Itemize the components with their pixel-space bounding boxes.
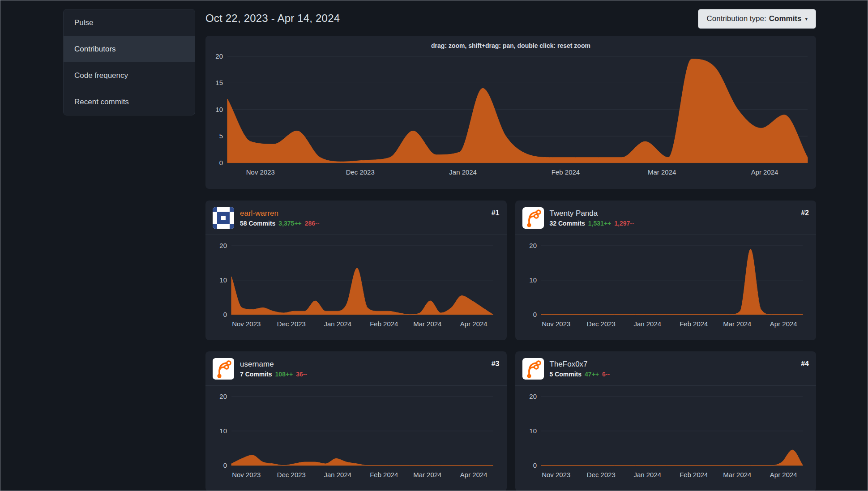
contribution-type-value: Commits bbox=[769, 14, 802, 23]
rank-badge: #2 bbox=[801, 207, 809, 217]
contributor-card-3: username 7 Commits 108++ 36-- #3 01020No… bbox=[205, 351, 507, 491]
contributor-chart-wrap: 01020Nov 2023Dec 2023Jan 2024Feb 2024Mar… bbox=[205, 235, 507, 341]
svg-text:0: 0 bbox=[533, 461, 536, 469]
svg-text:Dec 2023: Dec 2023 bbox=[277, 471, 306, 478]
svg-text:0: 0 bbox=[219, 159, 223, 167]
contributor-chart-wrap: 01020Nov 2023Dec 2023Jan 2024Feb 2024Mar… bbox=[515, 235, 817, 341]
svg-text:20: 20 bbox=[529, 393, 537, 400]
contributor-activity-chart[interactable]: 01020Nov 2023Dec 2023Jan 2024Feb 2024Mar… bbox=[213, 239, 500, 334]
contributor-activity-chart[interactable]: 01020Nov 2023Dec 2023Jan 2024Feb 2024Mar… bbox=[213, 390, 500, 485]
svg-text:Apr 2024: Apr 2024 bbox=[460, 471, 487, 478]
sidebar-item-contributors[interactable]: Contributors bbox=[64, 36, 195, 62]
svg-text:Mar 2024: Mar 2024 bbox=[413, 320, 441, 327]
svg-text:Jan 2024: Jan 2024 bbox=[324, 471, 351, 478]
contributor-info: username 7 Commits 108++ 36-- bbox=[240, 360, 486, 378]
contributor-stats: 5 Commits 47++ 6-- bbox=[550, 371, 795, 378]
contributor-activity-chart[interactable]: 01020Nov 2023Dec 2023Jan 2024Feb 2024Mar… bbox=[522, 239, 809, 334]
contributor-chart-wrap: 01020Nov 2023Dec 2023Jan 2024Feb 2024Mar… bbox=[205, 386, 507, 491]
svg-text:Nov 2023: Nov 2023 bbox=[232, 320, 261, 327]
contributor-name-link[interactable]: Twenty Panda bbox=[550, 209, 795, 218]
svg-text:20: 20 bbox=[219, 242, 227, 249]
deletions-count: 1,297-- bbox=[614, 220, 634, 227]
svg-text:20: 20 bbox=[219, 393, 227, 400]
additions-count: 47++ bbox=[585, 371, 599, 378]
svg-text:0: 0 bbox=[223, 461, 227, 469]
svg-text:Mar 2024: Mar 2024 bbox=[413, 471, 441, 478]
svg-text:20: 20 bbox=[529, 242, 537, 249]
contributor-card-header: TheFox0x7 5 Commits 47++ 6-- #4 bbox=[515, 351, 817, 386]
svg-text:Dec 2023: Dec 2023 bbox=[346, 168, 375, 176]
svg-text:10: 10 bbox=[215, 106, 223, 113]
chevron-down-icon: ▾ bbox=[805, 16, 808, 22]
contributor-name-link[interactable]: earl-warren bbox=[240, 209, 486, 218]
svg-text:Apr 2024: Apr 2024 bbox=[770, 320, 797, 327]
additions-count: 3,375++ bbox=[278, 220, 301, 227]
commit-count: 32 Commits bbox=[550, 220, 585, 227]
svg-text:10: 10 bbox=[529, 427, 537, 435]
svg-text:Jan 2024: Jan 2024 bbox=[324, 320, 351, 327]
contributor-card-header: earl-warren 58 Commits 3,375++ 286-- #1 bbox=[205, 201, 507, 235]
contributor-card-header: username 7 Commits 108++ 36-- #3 bbox=[205, 351, 507, 386]
svg-text:Mar 2024: Mar 2024 bbox=[723, 320, 751, 327]
identicon-avatar[interactable] bbox=[213, 207, 234, 229]
svg-text:20: 20 bbox=[215, 52, 223, 60]
svg-text:Apr 2024: Apr 2024 bbox=[460, 320, 487, 327]
contributor-chart-wrap: 01020Nov 2023Dec 2023Jan 2024Feb 2024Mar… bbox=[515, 386, 817, 491]
deletions-count: 286-- bbox=[305, 220, 320, 227]
contributor-card-2: Twenty Panda 32 Commits 1,531++ 1,297-- … bbox=[515, 201, 817, 341]
sidebar-item-code-frequency[interactable]: Code frequency bbox=[64, 62, 195, 89]
page-header: Oct 22, 2023 - Apr 14, 2024 Contribution… bbox=[205, 9, 816, 29]
commit-count: 58 Commits bbox=[240, 220, 275, 227]
svg-text:Feb 2024: Feb 2024 bbox=[680, 320, 708, 327]
sidebar-item-pulse[interactable]: Pulse bbox=[64, 9, 195, 36]
contributor-card-1: earl-warren 58 Commits 3,375++ 286-- #1 … bbox=[205, 201, 507, 341]
rank-badge: #4 bbox=[801, 358, 809, 368]
forgejo-logo-avatar[interactable] bbox=[522, 207, 544, 229]
svg-text:Feb 2024: Feb 2024 bbox=[370, 320, 398, 327]
svg-text:Apr 2024: Apr 2024 bbox=[751, 168, 778, 176]
additions-count: 1,531++ bbox=[588, 220, 611, 227]
svg-text:Apr 2024: Apr 2024 bbox=[770, 471, 797, 478]
rank-badge: #1 bbox=[492, 207, 500, 217]
svg-text:Nov 2023: Nov 2023 bbox=[232, 471, 261, 478]
rank-badge: #3 bbox=[492, 358, 500, 368]
contributor-stats: 58 Commits 3,375++ 286-- bbox=[240, 220, 486, 227]
contributor-name-link[interactable]: TheFox0x7 bbox=[550, 360, 795, 369]
svg-text:10: 10 bbox=[219, 276, 227, 283]
contributor-activity-chart[interactable]: 01020Nov 2023Dec 2023Jan 2024Feb 2024Mar… bbox=[522, 390, 809, 485]
overall-activity-chart[interactable]: 05101520Nov 2023Dec 2023Jan 2024Feb 2024… bbox=[205, 50, 816, 185]
chart-zoom-hint: drag: zoom, shift+drag: pan, double clic… bbox=[205, 42, 816, 49]
svg-text:Nov 2023: Nov 2023 bbox=[246, 168, 275, 176]
contribution-type-label: Contribution type: bbox=[706, 14, 766, 23]
forgejo-logo-avatar[interactable] bbox=[213, 358, 234, 380]
svg-text:Jan 2024: Jan 2024 bbox=[633, 320, 661, 327]
overall-activity-panel: drag: zoom, shift+drag: pan, double clic… bbox=[205, 36, 816, 189]
deletions-count: 36-- bbox=[296, 371, 307, 378]
contributor-cards-grid: earl-warren 58 Commits 3,375++ 286-- #1 … bbox=[205, 201, 816, 491]
contributor-card-header: Twenty Panda 32 Commits 1,531++ 1,297-- … bbox=[515, 201, 817, 235]
svg-text:Feb 2024: Feb 2024 bbox=[370, 471, 398, 478]
additions-count: 108++ bbox=[275, 371, 293, 378]
contributor-info: earl-warren 58 Commits 3,375++ 286-- bbox=[240, 209, 486, 227]
activity-sidebar-menu: Pulse Contributors Code frequency Recent… bbox=[63, 9, 195, 115]
commit-count: 5 Commits bbox=[550, 371, 582, 378]
forgejo-logo-avatar[interactable] bbox=[522, 358, 544, 380]
contribution-type-dropdown[interactable]: Contribution type: Commits ▾ bbox=[698, 9, 816, 29]
svg-text:10: 10 bbox=[219, 427, 227, 435]
svg-text:Nov 2023: Nov 2023 bbox=[542, 320, 570, 327]
date-range-title: Oct 22, 2023 - Apr 14, 2024 bbox=[205, 9, 340, 25]
svg-text:5: 5 bbox=[219, 132, 223, 140]
svg-text:Dec 2023: Dec 2023 bbox=[586, 471, 615, 478]
svg-text:10: 10 bbox=[529, 276, 537, 283]
svg-text:Nov 2023: Nov 2023 bbox=[542, 471, 570, 478]
svg-text:0: 0 bbox=[533, 310, 536, 318]
svg-text:Feb 2024: Feb 2024 bbox=[552, 168, 580, 176]
svg-text:15: 15 bbox=[215, 79, 223, 86]
svg-text:Dec 2023: Dec 2023 bbox=[277, 320, 306, 327]
contributor-name-link[interactable]: username bbox=[240, 360, 486, 369]
commit-count: 7 Commits bbox=[240, 371, 272, 378]
deletions-count: 6-- bbox=[602, 371, 610, 378]
svg-text:Jan 2024: Jan 2024 bbox=[449, 168, 477, 176]
contributor-stats: 32 Commits 1,531++ 1,297-- bbox=[550, 220, 795, 227]
sidebar-item-recent-commits[interactable]: Recent commits bbox=[64, 89, 195, 115]
